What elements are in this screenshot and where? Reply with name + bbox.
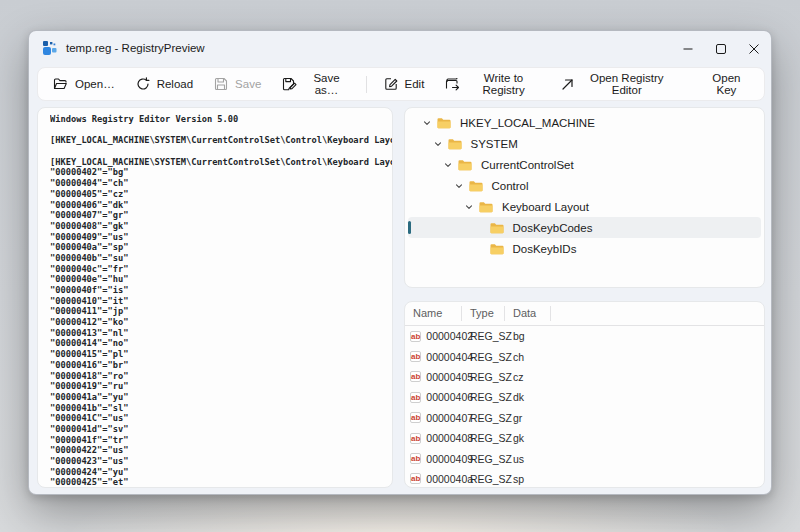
column-header-data[interactable]: Data: [505, 306, 551, 321]
tree-item[interactable]: Control: [408, 175, 761, 196]
editor-line: "00000410"="it": [50, 296, 392, 307]
editor-line: "0000040f"="is": [50, 285, 392, 296]
desktop-background: temp.reg - RegistryPreview Open…: [0, 0, 800, 532]
save-label: Save: [235, 78, 261, 90]
reg-sz-icon: ab: [410, 453, 421, 464]
editor-line: "00000414"="no": [50, 338, 392, 349]
value-type: REG_SZ: [462, 412, 505, 424]
tree-item-label: DosKeybIDs: [513, 243, 577, 255]
chevron-down-icon[interactable]: [433, 139, 443, 149]
table-row[interactable]: ab 00000405 REG_SZ cz: [405, 367, 764, 387]
tree-item[interactable]: CurrentControlSet: [408, 154, 761, 175]
folder-icon: [458, 159, 472, 171]
write-to-registry-button[interactable]: Write to Registry: [436, 71, 548, 97]
open-button[interactable]: Open…: [44, 71, 124, 97]
editor-line: "00000413"="nl": [50, 328, 392, 339]
reg-sz-icon: ab: [410, 371, 421, 382]
open-registry-editor-label: Open Registry Editor: [581, 72, 673, 96]
value-data: gr: [505, 412, 551, 424]
editor-line: [50, 125, 392, 136]
table-header: Name Type Data: [405, 302, 764, 326]
edit-button[interactable]: Edit: [375, 71, 434, 97]
tree-item-label: CurrentControlSet: [481, 159, 574, 171]
table-row[interactable]: ab 00000409 REG_SZ us: [405, 448, 764, 468]
reload-icon: [136, 77, 150, 91]
tree-item-label: HKEY_LOCAL_MACHINE: [460, 117, 595, 129]
tree-item[interactable]: SYSTEM: [408, 133, 761, 154]
tree-item-label: SYSTEM: [471, 138, 518, 150]
open-folder-icon: [53, 77, 68, 91]
editor-line: [50, 146, 392, 157]
folder-icon: [437, 117, 451, 129]
tree-item[interactable]: DosKeybIDs: [408, 238, 761, 259]
minimize-button[interactable]: [671, 32, 704, 65]
reload-button[interactable]: Reload: [127, 71, 202, 97]
value-data: gk: [505, 432, 551, 444]
tree-item-label: Control: [492, 180, 529, 192]
reg-sz-icon: ab: [410, 473, 421, 484]
open-key-label: Open Key: [704, 72, 749, 96]
editor-line: "00000407"="gr": [50, 210, 392, 221]
close-button[interactable]: [737, 32, 770, 65]
close-icon: [749, 44, 759, 54]
value-data: cz: [505, 371, 551, 383]
editor-line: "0000041a"="yu": [50, 392, 392, 403]
folder-icon: [448, 138, 462, 150]
chevron-down-icon[interactable]: [443, 160, 453, 170]
reg-sz-icon: ab: [410, 351, 421, 362]
save-button[interactable]: Save: [205, 71, 270, 97]
tree-item[interactable]: DosKeybCodes: [408, 217, 761, 238]
column-header-empty: [551, 306, 764, 321]
folder-icon: [479, 201, 493, 213]
open-key-button[interactable]: Open Key: [695, 71, 758, 97]
save-as-button[interactable]: Save as…: [273, 71, 357, 97]
value-type: REG_SZ: [462, 330, 505, 342]
column-header-type[interactable]: Type: [462, 306, 505, 321]
value-type: REG_SZ: [462, 391, 505, 403]
tree-item-label: Keyboard Layout: [502, 201, 589, 213]
maximize-button[interactable]: [704, 32, 737, 65]
chevron-down-icon[interactable]: [454, 181, 464, 191]
toolbar: Open… Reload Save Save as… Edit Write: [37, 67, 765, 101]
toolbar-separator: [366, 76, 367, 93]
value-data: dk: [505, 391, 551, 403]
chevron-down-icon[interactable]: [422, 118, 432, 128]
editor-line: "00000418"="ro": [50, 371, 392, 382]
table-row[interactable]: ab 00000402 REG_SZ bg: [405, 326, 764, 346]
folder-icon: [490, 243, 504, 255]
reg-sz-icon: ab: [410, 433, 421, 444]
registry-text-editor[interactable]: Windows Registry Editor Version 5.00[HKE…: [37, 107, 393, 488]
editor-line: "0000040c"="fr": [50, 264, 392, 275]
open-external-icon: [561, 78, 574, 91]
editor-line: "00000423"="us": [50, 456, 392, 467]
value-data: ch: [505, 351, 551, 363]
editor-line: "00000402"="bg": [50, 167, 392, 178]
value-data: sp: [505, 473, 551, 485]
minimize-icon: [683, 44, 693, 54]
editor-line: "00000422"="us": [50, 445, 392, 456]
open-registry-editor-button[interactable]: Open Registry Editor: [552, 71, 682, 97]
table-row[interactable]: ab 00000407 REG_SZ gr: [405, 408, 764, 428]
editor-line: "00000424"="yu": [50, 467, 392, 478]
table-row[interactable]: ab 00000404 REG_SZ ch: [405, 346, 764, 366]
tree-item[interactable]: HKEY_LOCAL_MACHINE: [408, 112, 761, 133]
open-label: Open…: [75, 78, 115, 90]
editor-line: "00000406"="dk": [50, 200, 392, 211]
window-title: temp.reg - RegistryPreview: [66, 31, 205, 65]
editor-line: "00000405"="cz": [50, 189, 392, 200]
editor-line: "00000419"="ru": [50, 381, 392, 392]
editor-line: "00000411"="jp": [50, 306, 392, 317]
tree-item[interactable]: Keyboard Layout: [408, 196, 761, 217]
editor-line: "00000415"="pl": [50, 349, 392, 360]
column-header-name[interactable]: Name: [405, 306, 462, 321]
table-row[interactable]: ab 00000406 REG_SZ dk: [405, 387, 764, 407]
table-row[interactable]: ab 0000040a REG_SZ sp: [405, 469, 764, 488]
table-row[interactable]: ab 00000408 REG_SZ gk: [405, 428, 764, 448]
titlebar[interactable]: temp.reg - RegistryPreview: [29, 31, 771, 65]
edit-icon: [384, 77, 398, 91]
chevron-down-icon[interactable]: [464, 202, 474, 212]
value-data: us: [505, 453, 551, 465]
editor-line: "00000409"="us": [50, 232, 392, 243]
value-type: REG_SZ: [462, 371, 505, 383]
save-as-icon: [282, 77, 297, 91]
